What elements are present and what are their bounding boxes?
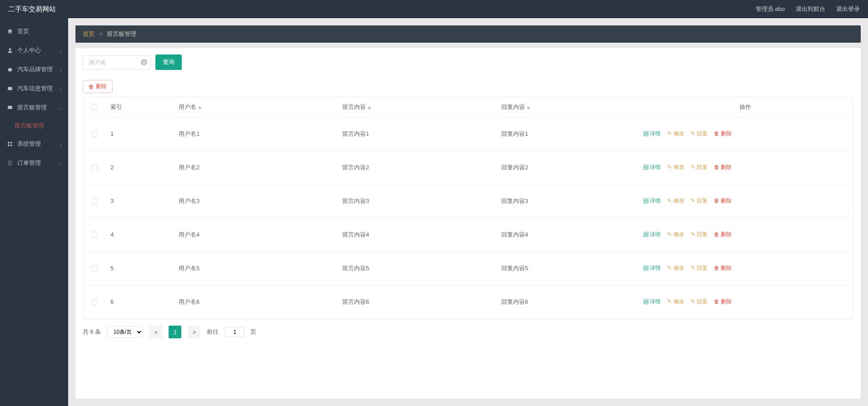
cell-user: 用户名6 [179,298,342,306]
pager-goto-prefix: 前往 [207,328,219,336]
topbar-right: 管理员 abo 退出到前台 退出登录 [756,5,860,13]
pager-goto-suffix: 页 [250,328,256,336]
table-header: 索引 用户名◆ 留言内容◆ 回复内容◆ 操作 [83,97,853,117]
pager-next-button[interactable]: > [188,326,200,338]
trash-icon: 🗑 [89,84,94,90]
row-checkbox[interactable] [91,265,98,272]
brand-title: 二手车交易网站 [8,5,56,14]
sort-icon: ◆ [527,105,530,110]
pager-prev-button[interactable]: < [150,326,162,338]
clear-icon[interactable]: ✕ [141,59,147,65]
chevron-down-icon: ⌄ [59,142,63,147]
cell-user: 用户名4 [179,231,342,239]
sidebar-item-label: 汽车品牌管理 [17,65,53,74]
row-checkbox[interactable] [91,232,98,238]
detail-button[interactable]: ▦ 详情 [643,197,661,205]
table-row: 5用户名5留言内容5回复内容5▦ 详情✎ 修改✎ 回复🗑 删除 [83,252,853,285]
content-panel: ✕ 查询 🗑 删除 索引 用户名◆ 留言内容◆ 回复内容◆ 操作 [75,48,861,399]
delete-button[interactable]: 🗑 删除 [714,264,732,272]
sidebar-item-6[interactable]: 订单管理⌄ [0,153,68,173]
cell-reply: 回复内容3 [501,197,638,205]
row-checkbox[interactable] [91,299,98,305]
cell-user: 用户名2 [179,163,342,172]
edit-button[interactable]: ✎ 修改 [667,163,684,171]
svg-rect-3 [8,87,12,90]
topbar: 二手车交易网站 管理员 abo 退出到前台 退出登录 [0,0,868,18]
cell-index: 1 [106,130,179,137]
sidebar-item-4[interactable]: 留言板管理⌄ [0,98,68,117]
data-table: 索引 用户名◆ 留言内容◆ 回复内容◆ 操作 1用户名1留言内容1回复内容1▦ … [83,97,853,319]
chevron-down-icon: ⌄ [59,161,63,166]
cell-ops: ▦ 详情✎ 修改✎ 回复🗑 删除 [638,126,853,141]
cell-reply: 回复内容6 [501,298,638,306]
th-msg[interactable]: 留言内容◆ [342,103,501,111]
detail-button[interactable]: ▦ 详情 [643,231,661,238]
table-row: 1用户名1留言内容1回复内容1▦ 详情✎ 修改✎ 回复🗑 删除 [83,117,853,151]
sort-icon: ◆ [198,105,202,110]
delete-button[interactable]: 🗑 删除 [714,197,732,205]
th-user[interactable]: 用户名◆ [179,103,342,111]
reply-button[interactable]: ✎ 回复 [691,130,708,138]
sidebar-item-label: 汽车信息管理 [17,84,53,93]
breadcrumb-sep: > [99,30,103,37]
detail-button[interactable]: ▦ 详情 [643,264,661,272]
edit-button[interactable]: ✎ 修改 [667,231,684,238]
detail-button[interactable]: ▦ 详情 [643,163,661,171]
reply-button[interactable]: ✎ 回复 [691,231,708,238]
pagination: 共 6 条 10条/页 < 1 > 前往 页 [83,326,853,338]
chevron-down-icon: ⌄ [59,86,63,91]
pager-goto-input[interactable] [225,327,244,337]
cell-user: 用户名1 [179,130,342,138]
info-icon [6,85,14,92]
select-all-checkbox[interactable] [91,104,98,110]
pager-page-1[interactable]: 1 [169,326,181,338]
edit-button[interactable]: ✎ 修改 [667,197,684,205]
batch-delete-button[interactable]: 🗑 删除 [83,80,113,93]
cell-msg: 留言内容3 [342,197,501,205]
page-size-select[interactable]: 10条/页 [107,326,143,338]
edit-button[interactable]: ✎ 修改 [667,298,684,306]
table-row: 6用户名6留言内容6回复内容6▦ 详情✎ 修改✎ 回复🗑 删除 [83,285,853,319]
cell-index: 2 [106,164,179,171]
cell-msg: 留言内容6 [342,298,501,306]
logout-link[interactable]: 退出登录 [836,5,860,13]
delete-button[interactable]: 🗑 删除 [714,130,732,138]
breadcrumb-home[interactable]: 首页 [83,30,95,37]
svg-rect-4 [8,106,12,109]
user-icon [6,47,14,54]
table-row: 4用户名4留言内容4回复内容4▦ 详情✎ 修改✎ 回复🗑 删除 [83,218,853,252]
reply-button[interactable]: ✎ 回复 [691,264,708,272]
edit-button[interactable]: ✎ 修改 [667,130,684,138]
sidebar-subitem[interactable]: 留言板管理 [0,117,68,134]
th-reply[interactable]: 回复内容◆ [501,103,638,111]
svg-rect-7 [8,144,10,146]
sidebar-item-5[interactable]: 系统管理⌄ [0,134,68,153]
admin-label[interactable]: 管理员 abo [756,5,785,13]
delete-button[interactable]: 🗑 删除 [714,163,732,171]
row-checkbox[interactable] [91,198,98,204]
delete-button[interactable]: 🗑 删除 [714,231,732,238]
reply-button[interactable]: ✎ 回复 [691,197,708,205]
to-front-link[interactable]: 退出到前台 [796,5,825,13]
sidebar-item-2[interactable]: 汽车品牌管理⌄ [0,60,68,79]
sidebar-item-label: 系统管理 [17,140,41,148]
edit-button[interactable]: ✎ 修改 [667,264,684,272]
cell-index: 4 [106,231,179,238]
detail-button[interactable]: ▦ 详情 [643,298,661,306]
cell-msg: 留言内容2 [342,163,501,172]
breadcrumb-current: 留言板管理 [107,30,136,37]
cell-index: 5 [106,265,179,272]
row-checkbox[interactable] [91,164,98,171]
row-checkbox[interactable] [91,131,98,137]
sidebar-item-0[interactable]: 首页 [0,22,68,41]
cell-ops: ▦ 详情✎ 修改✎ 回复🗑 删除 [638,227,853,242]
delete-button[interactable]: 🗑 删除 [714,298,732,306]
reply-button[interactable]: ✎ 回复 [691,163,708,171]
main-content: 首页 > 留言板管理 ✕ 查询 🗑 删除 索引 [68,18,868,406]
sidebar-item-1[interactable]: 个人中心⌄ [0,41,68,60]
sidebar-item-3[interactable]: 汽车信息管理⌄ [0,79,68,98]
reply-button[interactable]: ✎ 回复 [691,298,708,306]
detail-button[interactable]: ▦ 详情 [643,130,661,138]
chevron-down-icon: ⌄ [59,105,63,110]
query-button[interactable]: 查询 [155,54,182,70]
